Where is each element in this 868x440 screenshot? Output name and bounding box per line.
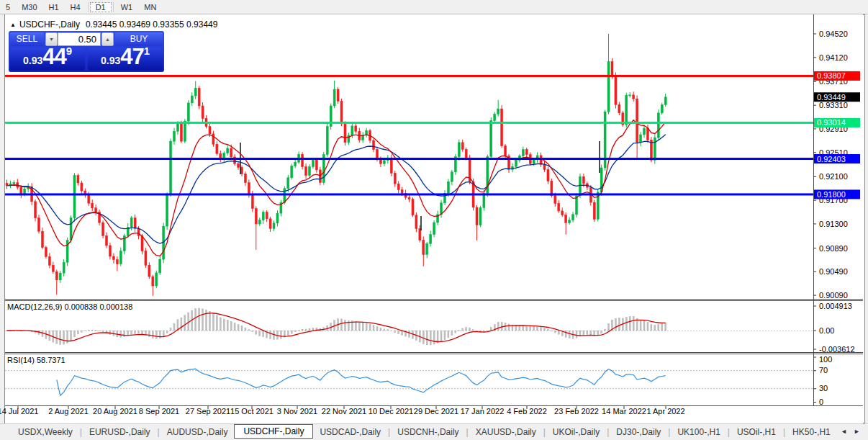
- svg-text:0.93449: 0.93449: [817, 93, 846, 102]
- svg-text:0.94120: 0.94120: [819, 53, 848, 62]
- buy-price-big: 47: [120, 48, 143, 69]
- volume-input[interactable]: [58, 32, 101, 46]
- chart-tab-dj30-daily[interactable]: DJ30-,Daily: [610, 426, 667, 439]
- svg-text:0.94520: 0.94520: [819, 30, 848, 38]
- macd-label: MACD(12,26,9) 0.000838 0.000138: [7, 302, 132, 311]
- date-label: 2 Aug 2021: [48, 407, 89, 416]
- chart-tab-xauusd-daily[interactable]: XAUUSD-,Daily: [469, 426, 543, 439]
- chart-ohlc-values: 0.93445 0.93469 0.93355 0.93449: [86, 19, 218, 30]
- sell-price-box[interactable]: 0.93449: [10, 48, 85, 71]
- svg-text:0.93014: 0.93014: [817, 118, 846, 127]
- chart-tab-hk50-h1[interactable]: HK50-,H1: [786, 426, 837, 439]
- chart-tab-usdx-weekly[interactable]: USDX,Weekly: [12, 426, 79, 439]
- date-label: 3 Nov 2021: [277, 407, 317, 416]
- chart-tab-usdcad-daily[interactable]: USDCAD-,Daily: [313, 426, 387, 439]
- svg-text:0.91300: 0.91300: [819, 220, 848, 228]
- svg-text:100: 100: [819, 355, 832, 364]
- chart-title: ▲USDCHF-,Daily0.93445 0.93469 0.93355 0.…: [10, 19, 217, 30]
- svg-text:0: 0: [819, 398, 823, 406]
- chart-tab-bar: USDX,Weekly|EURUSD-,Daily|AUDUSD-,DailyU…: [0, 423, 868, 440]
- chart-tab-ukoil-daily[interactable]: UKOil-,Daily: [546, 426, 606, 439]
- chart-tab-usoil-h1[interactable]: USOil-,H1: [731, 426, 782, 439]
- buy-button[interactable]: BUY: [115, 32, 163, 46]
- date-label: 1 Apr 2022: [646, 407, 684, 416]
- svg-text:30: 30: [819, 384, 828, 392]
- svg-text:0.90890: 0.90890: [819, 244, 848, 253]
- svg-text:0.90490: 0.90490: [819, 267, 848, 276]
- one-click-trading-panel: SELL ▼ ▲ BUY 0.93449 0.93471: [9, 31, 164, 72]
- svg-text:70: 70: [819, 366, 828, 374]
- sell-price-big: 44: [42, 48, 65, 69]
- svg-text:0.90090: 0.90090: [819, 291, 848, 300]
- date-label: 14 Mar 2022: [602, 407, 646, 416]
- date-label: 10 Dec 2021: [369, 407, 413, 416]
- svg-text:0.91800: 0.91800: [817, 190, 846, 199]
- sell-price-sup: 9: [66, 48, 72, 57]
- svg-text:0.004913: 0.004913: [819, 302, 852, 310]
- chart-symbol-label: USDCHF-,Daily: [19, 19, 80, 30]
- sell-button[interactable]: SELL: [10, 32, 44, 46]
- volume-increase-button[interactable]: ▲: [101, 32, 114, 46]
- sell-price-prefix: 0.93: [23, 55, 42, 66]
- volume-decrease-button[interactable]: ▼: [45, 32, 58, 46]
- date-label: 22 Nov 2021: [322, 407, 366, 416]
- svg-text:0.92403: 0.92403: [817, 155, 846, 163]
- date-axis[interactable]: 14 Jul 20212 Aug 202120 Aug 20218 Sep 20…: [0, 406, 685, 416]
- date-label: 14 Jul 2021: [0, 407, 38, 416]
- svg-text:-0.003612: -0.003612: [819, 345, 855, 354]
- date-label: 17 Jan 2022: [461, 407, 505, 416]
- buy-price-prefix: 0.93: [101, 55, 120, 66]
- rsi-label: RSI(14) 58.7371: [7, 356, 65, 364]
- buy-price-box[interactable]: 0.93471: [88, 48, 163, 71]
- date-label: 8 Sep 2021: [139, 407, 179, 416]
- chart-tab-eurusd-daily[interactable]: EURUSD-,Daily: [83, 426, 157, 439]
- chart-tab-usdchf-daily[interactable]: USDCHF-,Daily: [234, 424, 313, 439]
- date-label: 15 Oct 2021: [230, 407, 273, 416]
- chart-tab-uk100-h1[interactable]: UK100-,H1: [671, 426, 726, 439]
- collapse-panel-icon[interactable]: ▲: [10, 22, 16, 28]
- svg-text:0.92100: 0.92100: [819, 172, 848, 181]
- date-label: 29 Dec 2021: [414, 407, 458, 416]
- tab-scroll-right-icon[interactable]: ►: [854, 428, 860, 435]
- svg-text:0.00: 0.00: [819, 326, 834, 335]
- svg-text:0.93807: 0.93807: [817, 71, 846, 80]
- buy-price-sup: 1: [144, 48, 150, 57]
- date-label: 4 Feb 2022: [507, 407, 547, 416]
- date-label: 23 Feb 2022: [554, 407, 599, 416]
- date-label: 20 Aug 2021: [93, 407, 137, 416]
- svg-text:0.93310: 0.93310: [819, 101, 848, 109]
- mt4-screen: 5M30H1H4D1W1MN 0.945200.941200.937100.93…: [0, 0, 868, 440]
- date-label: 27 Sep 2021: [186, 407, 230, 416]
- tab-scroll-arrows: ◄►: [841, 428, 867, 435]
- chart-tab-usdcnh-daily[interactable]: USDCNH-,Daily: [391, 426, 465, 439]
- tab-scroll-left-icon[interactable]: ◄: [841, 428, 847, 435]
- chart-tab-audusd-daily[interactable]: AUDUSD-,Daily: [161, 426, 235, 439]
